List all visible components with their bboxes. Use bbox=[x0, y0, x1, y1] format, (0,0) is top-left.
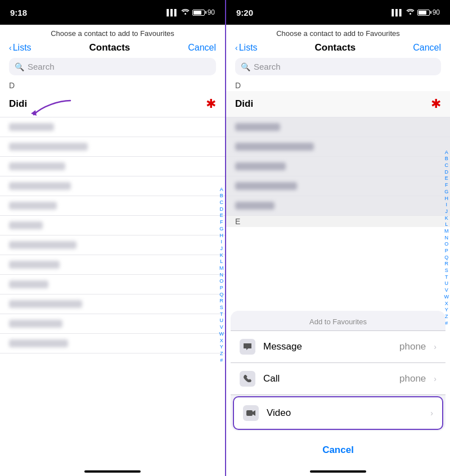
cancel-button-left[interactable]: Cancel bbox=[188, 43, 216, 53]
back-label-left: Lists bbox=[13, 43, 32, 53]
alpha-Q-right[interactable]: Q bbox=[444, 255, 448, 261]
alpha-S-right[interactable]: S bbox=[445, 268, 448, 274]
alpha-G-right[interactable]: G bbox=[444, 189, 448, 196]
search-bar-left[interactable]: 🔍 Search bbox=[9, 58, 216, 75]
alpha-N-right[interactable]: N bbox=[445, 235, 449, 242]
alpha-Z[interactable]: Z bbox=[220, 351, 223, 357]
status-icons-left: ▌▌▌ 90 bbox=[166, 8, 215, 16]
call-action-row[interactable]: Call phone › bbox=[231, 363, 446, 395]
alpha-U-right[interactable]: U bbox=[445, 280, 449, 287]
alpha-X-right[interactable]: X bbox=[445, 301, 448, 307]
alpha-Y[interactable]: Y bbox=[220, 344, 223, 351]
nav-bar-left: ‹ Lists Contacts Cancel bbox=[0, 40, 225, 58]
alpha-G[interactable]: G bbox=[219, 226, 223, 233]
alpha-C-right[interactable]: C bbox=[445, 162, 449, 169]
didi-contact-row[interactable]: Didi ✱ bbox=[0, 91, 225, 117]
alpha-J[interactable]: J bbox=[220, 246, 223, 252]
message-icon bbox=[240, 339, 255, 355]
alpha-B-right[interactable]: B bbox=[445, 156, 448, 162]
signal-icon-right: ▌▌▌ bbox=[392, 9, 403, 16]
video-chevron-icon: › bbox=[430, 409, 433, 418]
blurred-contact-5 bbox=[0, 196, 225, 216]
cancel-button-right[interactable]: Cancel bbox=[413, 43, 441, 53]
alpha-P[interactable]: P bbox=[220, 285, 223, 292]
alpha-J-right[interactable]: J bbox=[446, 208, 448, 215]
alpha-C[interactable]: C bbox=[220, 200, 224, 206]
search-bar-right[interactable]: 🔍 Search bbox=[235, 58, 441, 75]
alpha-V[interactable]: V bbox=[220, 324, 223, 331]
alpha-L-right[interactable]: L bbox=[445, 221, 448, 228]
alpha-W-right[interactable]: W bbox=[444, 294, 449, 301]
didi-name: Didi bbox=[9, 98, 206, 110]
video-action-row[interactable]: Video › bbox=[233, 396, 443, 430]
alpha-S[interactable]: S bbox=[220, 305, 223, 311]
alpha-O-right[interactable]: O bbox=[444, 241, 448, 248]
alpha-hash-right[interactable]: # bbox=[445, 320, 448, 327]
alphabet-index-right[interactable]: A B C D E F G H I J K L M N O P Q R S T … bbox=[444, 0, 449, 476]
time-right: 9:20 bbox=[236, 8, 253, 17]
alpha-F-right[interactable]: F bbox=[445, 182, 448, 189]
right-phone-panel: 9:20 ▌▌▌ 90 Choose a contact to add to F… bbox=[225, 0, 450, 476]
blurred-contact-12 bbox=[0, 334, 225, 353]
alpha-I[interactable]: I bbox=[220, 239, 222, 246]
blurred-right-5 bbox=[226, 196, 450, 216]
nav-title-left: Contacts bbox=[89, 42, 130, 53]
alpha-W[interactable]: W bbox=[219, 331, 224, 338]
svg-rect-3 bbox=[246, 410, 253, 416]
alpha-T[interactable]: T bbox=[220, 311, 223, 318]
alphabet-index-left[interactable]: A B C D E F G H I J K L M N O P Q R S T … bbox=[219, 91, 224, 459]
section-d-left: D bbox=[0, 80, 225, 91]
blurred-contact-8 bbox=[0, 255, 225, 275]
alpha-hash[interactable]: # bbox=[220, 357, 223, 364]
alpha-U[interactable]: U bbox=[220, 318, 224, 324]
alpha-H[interactable]: H bbox=[220, 233, 224, 239]
alpha-D-right[interactable]: D bbox=[445, 169, 449, 176]
section-d-right: D bbox=[226, 80, 450, 91]
alpha-F[interactable]: F bbox=[220, 219, 223, 226]
blurred-contact-9 bbox=[0, 275, 225, 294]
alpha-H-right[interactable]: H bbox=[445, 196, 449, 202]
status-bar-right: 9:20 ▌▌▌ 90 bbox=[226, 0, 450, 25]
alpha-P-right[interactable]: P bbox=[445, 248, 448, 255]
alpha-B[interactable]: B bbox=[220, 193, 223, 200]
alpha-M-right[interactable]: M bbox=[444, 228, 449, 235]
back-button-left[interactable]: ‹ Lists bbox=[9, 43, 32, 53]
wifi-icon-left bbox=[181, 8, 190, 16]
alpha-N[interactable]: N bbox=[220, 272, 224, 279]
alpha-T-right[interactable]: T bbox=[445, 274, 448, 281]
alpha-E[interactable]: E bbox=[220, 212, 223, 219]
contact-list-left: Didi ✱ bbox=[0, 91, 225, 459]
back-button-right[interactable]: ‹ Lists bbox=[235, 43, 258, 53]
svg-point-2 bbox=[410, 13, 411, 15]
alpha-O[interactable]: O bbox=[219, 278, 223, 285]
didi-contact-row-right[interactable]: Didi ✱ bbox=[226, 91, 450, 117]
alpha-R[interactable]: R bbox=[220, 298, 224, 305]
battery-icon-right bbox=[417, 10, 430, 16]
call-icon bbox=[240, 371, 255, 387]
alpha-K-right[interactable]: K bbox=[445, 215, 448, 222]
alpha-A[interactable]: A bbox=[220, 187, 223, 193]
alpha-Y-right[interactable]: Y bbox=[445, 307, 448, 314]
alpha-Q[interactable]: Q bbox=[219, 292, 223, 298]
message-sublabel: phone bbox=[399, 341, 426, 352]
alpha-Z-right[interactable]: Z bbox=[445, 314, 448, 320]
home-indicator-right bbox=[226, 459, 450, 476]
call-label: Call bbox=[263, 373, 392, 384]
alpha-R-right[interactable]: R bbox=[445, 261, 449, 268]
alpha-D[interactable]: D bbox=[220, 206, 224, 213]
alpha-X[interactable]: X bbox=[220, 338, 223, 344]
video-icon bbox=[243, 405, 259, 421]
status-bar-left: 9:18 ▌▌▌ 90 bbox=[0, 0, 225, 25]
alpha-V-right[interactable]: V bbox=[445, 287, 448, 294]
chevron-left-icon-right: ‹ bbox=[235, 43, 238, 52]
message-action-row[interactable]: Message phone › bbox=[231, 331, 446, 363]
alpha-K[interactable]: K bbox=[220, 252, 223, 259]
alpha-L[interactable]: L bbox=[220, 259, 223, 265]
nav-title-right: Contacts bbox=[315, 42, 356, 53]
time-left: 9:18 bbox=[10, 8, 27, 17]
alpha-I-right[interactable]: I bbox=[446, 202, 447, 208]
alpha-A-right[interactable]: A bbox=[445, 149, 448, 156]
alpha-E-right[interactable]: E bbox=[445, 175, 448, 182]
didi-favourite-icon: ✱ bbox=[206, 97, 216, 111]
alpha-M[interactable]: M bbox=[219, 265, 224, 272]
